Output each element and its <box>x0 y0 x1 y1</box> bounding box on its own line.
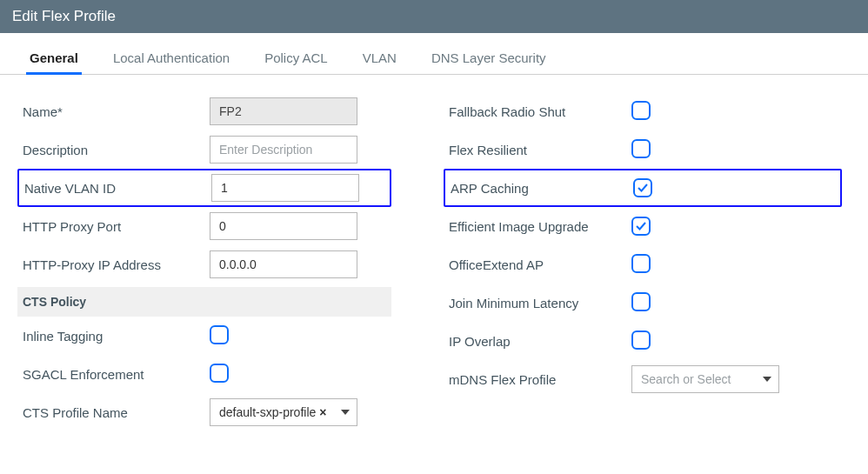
right-column: Fallback Radio Shut Flex Resilient ARP C… <box>444 92 842 431</box>
ip-overlap-checkbox[interactable] <box>631 330 651 350</box>
row-native-vlan-id: Native VLAN ID <box>17 169 391 207</box>
flex-resilient-label: Flex Resilient <box>449 143 631 157</box>
fallback-checkbox[interactable] <box>631 101 651 120</box>
row-name: Name* <box>17 92 391 130</box>
cts-policy-header: CTS Policy <box>17 287 391 317</box>
efficient-upgrade-label: Efficient Image Upgrade <box>449 219 631 234</box>
tab-general[interactable]: General <box>26 45 82 74</box>
row-officeextend-ap: OfficeExtend AP <box>444 245 842 284</box>
chevron-down-icon <box>763 377 771 382</box>
name-input[interactable] <box>210 97 357 125</box>
row-join-minimum-latency: Join Minimum Latency <box>444 284 842 322</box>
join-min-latency-checkbox[interactable] <box>631 292 651 311</box>
native-vlan-input[interactable] <box>211 174 359 202</box>
http-proxy-port-label: HTTP Proxy Port <box>23 219 210 234</box>
tab-dns-layer-security[interactable]: DNS Layer Security <box>428 45 550 74</box>
cts-profile-value: default-sxp-profile <box>219 405 316 419</box>
ip-overlap-label: IP Overlap <box>449 334 631 349</box>
tab-policy-acl[interactable]: Policy ACL <box>261 45 331 74</box>
inline-tagging-checkbox[interactable] <box>210 325 229 344</box>
row-http-proxy-ip: HTTP-Proxy IP Address <box>17 245 391 284</box>
mdns-label: mDNS Flex Profile <box>449 372 631 387</box>
mdns-select[interactable]: Search or Select <box>631 365 779 393</box>
http-proxy-ip-label: HTTP-Proxy IP Address <box>23 257 210 272</box>
arp-caching-checkbox[interactable] <box>633 178 652 197</box>
http-proxy-port-input[interactable] <box>210 212 357 240</box>
row-arp-caching: ARP Caching <box>444 169 842 207</box>
join-min-latency-label: Join Minimum Latency <box>449 296 631 310</box>
dialog-title: Edit Flex Profile <box>0 0 868 33</box>
row-efficient-image-upgrade: Efficient Image Upgrade <box>444 207 842 245</box>
name-label: Name* <box>23 104 210 119</box>
http-proxy-ip-input[interactable] <box>210 250 357 278</box>
tab-bar: General Local Authentication Policy ACL … <box>0 33 868 75</box>
description-input[interactable] <box>210 136 357 164</box>
sgacl-checkbox[interactable] <box>210 364 229 383</box>
tab-vlan[interactable]: VLAN <box>359 45 400 74</box>
arp-caching-label: ARP Caching <box>451 181 633 196</box>
row-inline-tagging: Inline Tagging <box>17 317 391 355</box>
row-fallback-radio-shut: Fallback Radio Shut <box>444 92 842 130</box>
cts-profile-select[interactable]: default-sxp-profile × <box>210 398 357 426</box>
description-label: Description <box>23 143 210 157</box>
chevron-down-icon <box>341 410 350 415</box>
row-ip-overlap: IP Overlap <box>444 322 842 360</box>
row-mdns-flex-profile: mDNS Flex Profile Search or Select <box>444 360 842 398</box>
fallback-label: Fallback Radio Shut <box>449 104 631 119</box>
officeextend-label: OfficeExtend AP <box>449 257 631 272</box>
left-column: Name* Description Native VLAN ID HTTP Pr… <box>17 92 391 431</box>
row-sgacl-enforcement: SGACL Enforcement <box>17 355 391 393</box>
flex-resilient-checkbox[interactable] <box>631 139 651 158</box>
row-http-proxy-port: HTTP Proxy Port <box>17 207 391 245</box>
row-cts-profile-name: CTS Profile Name default-sxp-profile × <box>17 393 391 431</box>
tab-local-authentication[interactable]: Local Authentication <box>110 45 233 74</box>
mdns-placeholder: Search or Select <box>641 372 731 386</box>
clear-icon[interactable]: × <box>319 405 326 419</box>
title-text: Edit Flex Profile <box>12 8 116 25</box>
officeextend-checkbox[interactable] <box>631 254 651 273</box>
row-description: Description <box>17 130 391 169</box>
sgacl-label: SGACL Enforcement <box>23 367 210 382</box>
cts-profile-label: CTS Profile Name <box>23 405 210 420</box>
native-vlan-label: Native VLAN ID <box>24 181 211 196</box>
efficient-upgrade-checkbox[interactable] <box>631 217 651 236</box>
row-flex-resilient: Flex Resilient <box>444 130 842 169</box>
inline-tagging-label: Inline Tagging <box>23 329 210 344</box>
